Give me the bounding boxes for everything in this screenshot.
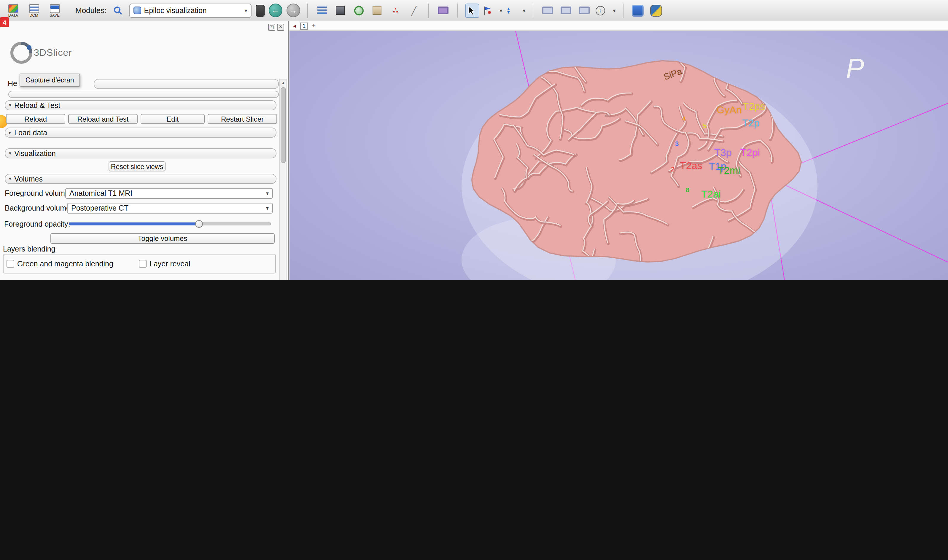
foreground-volume-value: Anatomical T1 MRI	[69, 189, 132, 197]
module-forward-button[interactable]: →	[286, 3, 300, 17]
foreground-volume-combobox[interactable]: Anatomical T1 MRI ▾	[65, 188, 273, 199]
scroll-up-icon[interactable]: ▲	[280, 81, 286, 85]
save-icon	[49, 4, 60, 13]
section-title: Reload & Test	[14, 101, 60, 109]
view3d-collapse-icon[interactable]: ◂	[293, 23, 296, 29]
data-button-label: DATA	[8, 13, 18, 17]
layers-blending-groupbox: Green and magenta blending Layer reveal	[3, 254, 276, 274]
fiducial-dots-icon[interactable]: ∴	[389, 3, 403, 17]
trajectory-marker: 5	[703, 122, 706, 129]
modules-label: Modules:	[75, 6, 107, 15]
chevron-down-icon: ▾	[9, 103, 11, 108]
electrode-label-3d: T2ps	[743, 101, 765, 113]
chevron-down-icon: ▾	[9, 176, 11, 182]
toolbar-separator	[307, 3, 308, 17]
electrode-label-3d: T2p	[742, 117, 760, 129]
help-section-label: He	[8, 80, 17, 88]
screenshot-icon[interactable]	[436, 3, 450, 17]
dicom-button-label: DCM	[29, 13, 38, 17]
volume-cube-icon[interactable]	[370, 3, 385, 17]
module-search-icon[interactable]	[111, 3, 125, 17]
green-magenta-label: Green and magenta blending	[17, 260, 113, 268]
dicom-button[interactable]: DCM	[26, 1, 42, 20]
trajectory-marker: 3	[675, 140, 679, 147]
toolbar-separator	[428, 3, 429, 17]
electrode-label-3d: T2pi	[740, 147, 760, 159]
layout-list-icon[interactable]	[315, 3, 329, 17]
chevron-down-icon: ▾	[266, 191, 269, 196]
trajectory-marker: 4	[682, 115, 686, 122]
slicer-logo-text: 3DSlicer	[34, 48, 72, 58]
toolbar-separator	[457, 3, 458, 17]
layers-blending-label: Layers blending	[3, 245, 55, 253]
layer-reveal-checkbox[interactable]	[139, 260, 146, 268]
electrode-label-3d: GyAn	[717, 105, 742, 116]
section-load-data[interactable]: ▸ Load data	[5, 128, 277, 138]
crosshair-icon[interactable]: +▾	[596, 3, 616, 17]
section-reload-test[interactable]: ▾ Reload & Test	[5, 100, 277, 110]
opacity-slider-fill	[69, 223, 199, 225]
view-3d[interactable]: ◂ 1 + SiPa GyAn T2ps T2p T3p T2pi T2as T…	[289, 22, 948, 280]
reset-slice-views-button[interactable]: Reset slice views	[109, 162, 166, 171]
module-panel: ◰ ✕ 3DSlicer He Capture d’écran ▾ Reload…	[0, 22, 289, 280]
panel-undock-icon[interactable]: ◰	[268, 24, 275, 31]
toolbar-separator	[533, 3, 533, 17]
chevron-down-icon: ▾	[245, 8, 247, 13]
sphere-icon[interactable]	[352, 3, 366, 17]
panel-close-icon[interactable]: ✕	[277, 24, 284, 31]
reload-and-test-button[interactable]: Reload and Test	[68, 114, 138, 124]
section-visualization[interactable]: ▾ Visualization	[5, 148, 277, 158]
background-volume-combobox[interactable]: Postoperative CT ▾	[67, 203, 273, 214]
module-history-button[interactable]	[256, 5, 265, 16]
ruler-icon[interactable]: ╱	[407, 3, 421, 17]
acknowledgement-section-bar[interactable]	[8, 91, 279, 98]
data-icon	[8, 4, 18, 13]
green-magenta-checkbox[interactable]	[6, 260, 14, 268]
background-volume-label: Background volume:	[5, 204, 72, 212]
trajectory-marker: 2	[671, 166, 674, 172]
capture-view-icon-1[interactable]	[540, 3, 555, 17]
opacity-slider-knob[interactable]	[195, 220, 203, 228]
view3d-index: 1	[300, 22, 308, 29]
electrode-label-3d: T2mi	[718, 165, 740, 177]
view3d-canvas[interactable]: SiPa GyAn T2ps T2p T3p T2pi T2as T1p T2m…	[289, 31, 948, 280]
main-toolbar: DATA DCM SAVE Modules: Epiloc visualizat…	[0, 0, 948, 22]
background-volume-value: Postoperative CT	[71, 204, 128, 212]
error-count-badge[interactable]: 4	[0, 17, 9, 27]
view3d-pin-icon[interactable]: +	[312, 23, 315, 29]
view3d-controller-bar: ◂ 1 +	[289, 22, 948, 31]
edit-button[interactable]: Edit	[141, 114, 205, 124]
restart-slicer-button[interactable]: Restart Slicer	[208, 114, 277, 124]
capture-view-icon-2[interactable]	[559, 3, 573, 17]
panel-scrollbar[interactable]: ▲ ▼	[279, 79, 287, 280]
electrode-label-3d: T2as	[680, 160, 702, 172]
tooltip: Capture d’écran	[20, 74, 80, 87]
place-fiducial-icon[interactable]: ▾	[483, 3, 502, 17]
save-button[interactable]: SAVE	[46, 1, 63, 20]
reload-button[interactable]: Reload	[6, 114, 65, 124]
toolbar-separator	[623, 3, 623, 17]
foreground-volume-label: Foreground volume:	[5, 189, 71, 197]
cursor-icon[interactable]	[465, 3, 479, 17]
section-title: Volumes	[14, 175, 43, 183]
module-selector-combobox[interactable]: Epiloc visualization ▾	[129, 3, 252, 17]
capture-view-icon-3[interactable]	[577, 3, 591, 17]
module-selected-label: Epiloc visualization	[144, 6, 207, 15]
module-back-button[interactable]: ←	[269, 3, 282, 17]
toggle-volumes-button[interactable]: Toggle volumes	[51, 233, 275, 244]
chevron-down-icon: ▾	[266, 205, 269, 211]
python-console-icon[interactable]	[649, 3, 663, 17]
extensions-icon[interactable]	[631, 3, 645, 17]
cube-icon[interactable]	[333, 3, 348, 17]
section-volumes[interactable]: ▾ Volumes	[5, 174, 277, 184]
help-section-bar[interactable]	[94, 79, 279, 89]
dicom-icon	[29, 4, 39, 13]
save-button-label: SAVE	[49, 13, 60, 17]
layer-reveal-label: Layer reveal	[149, 260, 191, 268]
section-title: Visualization	[14, 149, 56, 157]
reformat-arrows-icon[interactable]: ▲▼▾	[506, 3, 526, 17]
chevron-right-icon: ▸	[9, 130, 11, 135]
scrollbar-thumb[interactable]	[281, 87, 286, 163]
brain-3d-model	[456, 40, 835, 280]
section-title: Load data	[14, 128, 47, 137]
